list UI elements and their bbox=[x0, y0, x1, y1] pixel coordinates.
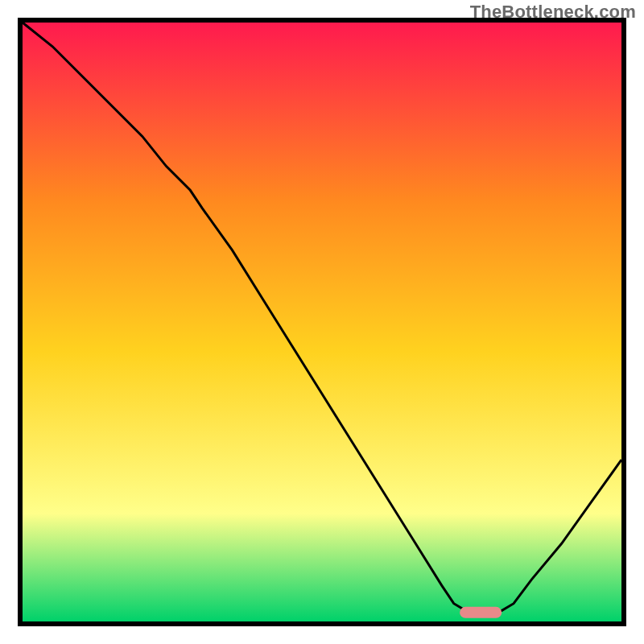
watermark-text: TheBottleneck.com bbox=[470, 2, 636, 23]
bottleneck-chart bbox=[0, 0, 644, 644]
optimal-range-marker bbox=[460, 607, 502, 618]
plot-background bbox=[23, 23, 621, 621]
chart-container: TheBottleneck.com bbox=[0, 0, 644, 644]
